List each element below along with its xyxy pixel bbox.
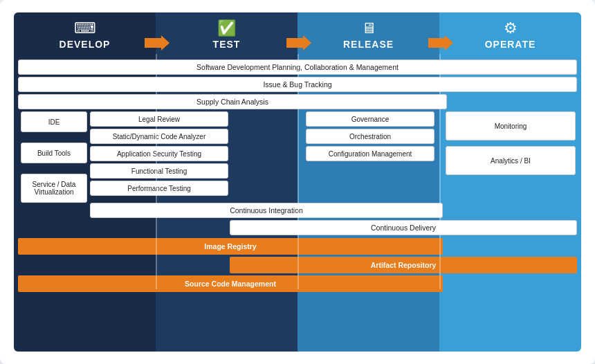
phase-release-col xyxy=(298,12,439,352)
phase-test-col xyxy=(156,12,298,352)
diagram-inner: ⌨ DEVELOP ✅ TEST xyxy=(14,12,581,352)
diagram-wrapper: ⌨ DEVELOP ✅ TEST xyxy=(0,0,595,364)
phase-operate-col xyxy=(439,12,581,352)
phase-develop-col xyxy=(14,12,156,352)
phases-row xyxy=(14,12,581,352)
